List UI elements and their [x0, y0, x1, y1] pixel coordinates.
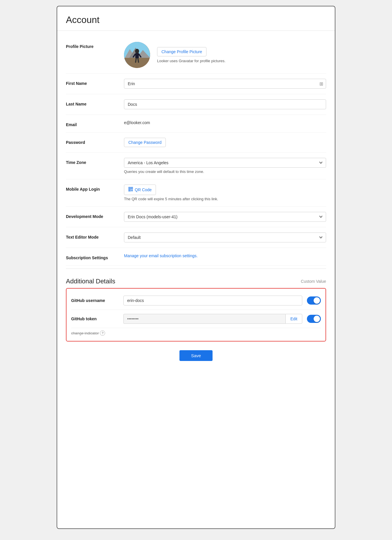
custom-value-label: Custom Value: [301, 279, 326, 284]
svg-rect-5: [124, 58, 150, 68]
last-name-field: [124, 99, 326, 109]
profile-picture-label: Profile Picture: [66, 42, 124, 49]
qr-note: The QR code will expire 5 minutes after …: [124, 197, 326, 201]
profile-picture-section: Change Profile Picture Looker uses Grava…: [124, 42, 326, 68]
github-username-toggle[interactable]: [307, 296, 321, 305]
avatar: [124, 42, 150, 68]
subscription-settings-field: Manage your email subscription settings.: [124, 253, 326, 258]
password-label: Password: [66, 138, 124, 145]
list-icon: ⊞: [319, 81, 323, 87]
qr-code-label: QR Code: [135, 187, 152, 192]
email-value: e@looker.com: [124, 118, 150, 125]
first-name-label: First Name: [66, 79, 124, 86]
help-icon[interactable]: ?: [100, 330, 105, 336]
email-row: Email e@looker.com: [66, 115, 326, 133]
save-button[interactable]: Save: [179, 350, 213, 361]
password-field: Change Password: [124, 138, 326, 147]
github-username-label: GitHub username: [71, 298, 123, 303]
token-field-wrapper: Edit: [123, 314, 302, 324]
page-container: Account Profile Picture: [57, 6, 335, 529]
development-mode-row: Development Mode Erin Docs (models-user-…: [66, 207, 326, 227]
mobile-app-login-row: Mobile App Login: [66, 179, 326, 207]
github-username-input[interactable]: [123, 296, 302, 305]
subscription-settings-label: Subscription Settings: [66, 253, 124, 260]
page-header: Account: [57, 6, 335, 31]
svg-rect-18: [131, 189, 132, 190]
development-mode-label: Development Mode: [66, 212, 124, 219]
avatar-image: [124, 42, 150, 68]
additional-details-box: GitHub username GitHub token Edit: [66, 288, 326, 341]
time-zone-field: America - Los Angeles Queries you create…: [124, 158, 326, 174]
first-name-input[interactable]: [124, 79, 326, 89]
first-name-input-wrapper: ⊞: [124, 79, 326, 89]
change-password-button[interactable]: Change Password: [124, 138, 166, 147]
change-profile-picture-button[interactable]: Change Profile Picture: [157, 47, 206, 56]
gravatar-note: Looker uses Gravatar for profile picture…: [157, 59, 226, 63]
github-token-label: GitHub token: [71, 317, 123, 321]
additional-details-header: Additional Details Custom Value: [66, 272, 326, 288]
content-area: Profile Picture: [57, 31, 335, 373]
github-token-row: GitHub token Edit: [71, 310, 321, 328]
section-divider: [66, 269, 326, 269]
svg-rect-21: [132, 190, 133, 191]
time-zone-note: Queries you create will default to this …: [124, 169, 326, 174]
last-name-input[interactable]: [124, 99, 326, 109]
email-label: Email: [66, 120, 124, 127]
text-editor-mode-field: Default: [124, 233, 326, 242]
password-row: Password Change Password: [66, 133, 326, 153]
development-mode-field: Erin Docs (models-user-41): [124, 212, 326, 222]
save-section: Save: [66, 341, 326, 367]
svg-rect-19: [132, 189, 133, 190]
time-zone-row: Time Zone America - Los Angeles Queries …: [66, 153, 326, 179]
svg-line-11: [138, 58, 139, 62]
subscription-settings-row: Subscription Settings Manage your email …: [66, 248, 326, 266]
svg-rect-17: [129, 190, 130, 191]
text-editor-mode-label: Text Editor Mode: [66, 233, 124, 239]
svg-line-10: [136, 58, 136, 62]
time-zone-select[interactable]: America - Los Angeles: [124, 158, 326, 168]
profile-picture-actions: Change Profile Picture Looker uses Grava…: [157, 47, 226, 63]
text-editor-mode-select[interactable]: Default: [124, 233, 326, 242]
first-name-row: First Name ⊞: [66, 74, 326, 94]
github-token-toggle[interactable]: [307, 315, 321, 323]
github-username-input-area: [123, 296, 302, 305]
github-username-slider: [307, 296, 321, 305]
time-zone-label: Time Zone: [66, 158, 124, 165]
change-indicator-row: change indicator ?: [71, 328, 321, 338]
development-mode-select[interactable]: Erin Docs (models-user-41): [124, 212, 326, 222]
github-token-input-area: Edit: [123, 314, 302, 324]
mobile-app-login-label: Mobile App Login: [66, 185, 124, 192]
svg-point-6: [135, 49, 139, 53]
qr-code-button[interactable]: QR Code: [124, 185, 156, 195]
change-indicator-text: change indicator: [71, 331, 99, 335]
profile-picture-row: Profile Picture: [66, 37, 326, 74]
profile-picture-field: Change Profile Picture Looker uses Grava…: [124, 42, 326, 68]
mobile-app-login-field: QR Code The QR code will expire 5 minute…: [124, 185, 326, 201]
last-name-row: Last Name: [66, 94, 326, 115]
svg-rect-20: [131, 190, 132, 191]
subscription-settings-link[interactable]: Manage your email subscription settings.: [124, 253, 198, 258]
svg-rect-15: [132, 188, 132, 189]
github-username-row: GitHub username: [71, 292, 321, 310]
github-token-edit-button[interactable]: Edit: [285, 314, 302, 324]
svg-rect-13: [129, 188, 130, 189]
page-title: Account: [66, 15, 326, 25]
text-editor-mode-row: Text Editor Mode Default: [66, 227, 326, 248]
qr-icon: [128, 187, 133, 193]
additional-details-title: Additional Details: [66, 278, 115, 285]
email-field: e@looker.com: [124, 120, 326, 125]
github-token-slider: [307, 315, 321, 323]
last-name-label: Last Name: [66, 99, 124, 106]
github-token-input: [123, 314, 285, 324]
first-name-field: ⊞: [124, 79, 326, 89]
